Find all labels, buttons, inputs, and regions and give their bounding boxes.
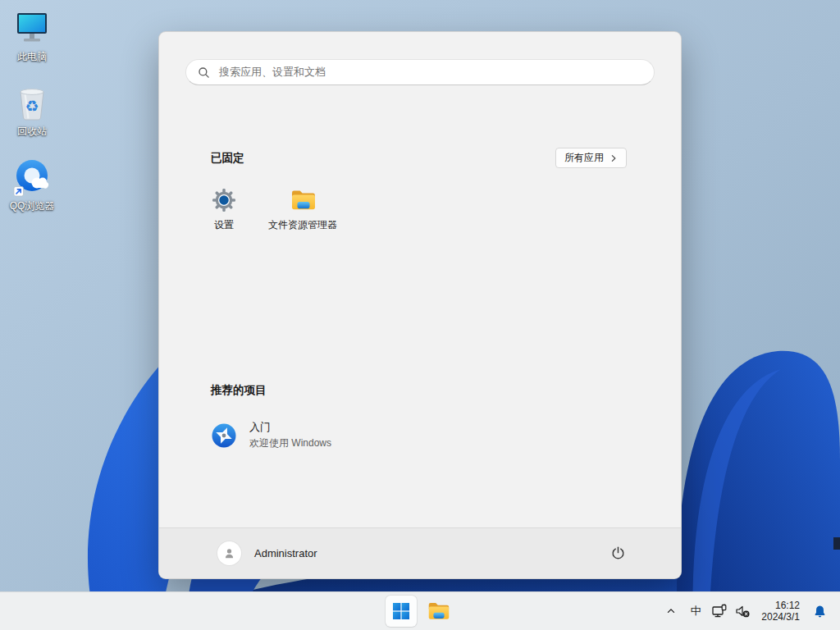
desktop-icon-label: 回收站 — [17, 125, 47, 139]
clock[interactable]: 16:12 2024/3/1 — [754, 596, 807, 627]
chevron-right-icon — [609, 154, 618, 162]
clock-date: 2024/3/1 — [761, 611, 800, 623]
pinned-app-settings[interactable]: 设置 — [185, 180, 263, 242]
this-pc-icon — [12, 8, 52, 48]
desktop: 此电脑 ♻ 回收站 — [0, 0, 840, 630]
taskbar-file-explorer-button[interactable] — [423, 596, 454, 627]
username: Administrator — [254, 547, 317, 559]
power-button[interactable] — [602, 540, 633, 568]
avatar — [217, 541, 241, 565]
search-placeholder: 搜索应用、设置和文档 — [219, 65, 326, 80]
taskbar: 中 — [0, 591, 840, 630]
qq-browser-icon — [12, 158, 52, 197]
pinned-app-label: 文件资源管理器 — [268, 218, 337, 232]
recommended-item-subtitle: 欢迎使用 Windows — [249, 436, 331, 450]
settings-gear-icon — [212, 188, 236, 212]
desktop-icon-qq-browser[interactable]: QQ浏览器 — [0, 158, 64, 213]
speaker-muted-icon — [734, 603, 751, 619]
search-input[interactable]: 搜索应用、设置和文档 — [185, 59, 655, 85]
power-icon — [609, 545, 627, 562]
tray-chevron-up-button[interactable] — [659, 596, 683, 627]
system-tray: 中 — [659, 592, 832, 630]
windows-logo-icon — [392, 602, 410, 620]
recommended-item-get-started[interactable]: 入门 欢迎使用 Windows — [198, 413, 345, 457]
all-apps-button[interactable]: 所有应用 — [555, 148, 627, 168]
svg-text:♻: ♻ — [25, 97, 39, 115]
desktop-icon-recycle-bin[interactable]: ♻ 回收站 — [0, 83, 64, 139]
get-started-icon — [211, 422, 237, 449]
pinned-apps-grid: 设置 文件资源管理器 — [185, 180, 342, 242]
desktop-icon-label: QQ浏览器 — [10, 199, 55, 213]
recycle-bin-icon: ♻ — [12, 83, 52, 122]
user-account-button[interactable]: Administrator — [212, 536, 326, 570]
clock-time: 16:12 — [775, 600, 800, 612]
desktop-icon-list: 此电脑 ♻ 回收站 — [0, 8, 64, 213]
start-menu: 搜索应用、设置和文档 已固定 所有应用 — [158, 31, 682, 579]
chevron-up-icon — [665, 605, 677, 617]
recommended-item-title: 入门 — [249, 420, 331, 435]
volume-muted-button[interactable] — [731, 596, 754, 627]
desktop-icon-label: 此电脑 — [17, 50, 47, 64]
network-ethernet-icon — [711, 603, 728, 619]
file-explorer-icon — [290, 188, 315, 212]
network-button[interactable] — [708, 596, 731, 627]
pinned-app-label: 设置 — [214, 218, 234, 232]
start-button[interactable] — [386, 596, 417, 627]
notification-bell-button[interactable] — [807, 596, 832, 627]
file-explorer-icon — [427, 600, 450, 622]
recommended-section-title: 推荐的项目 — [211, 384, 267, 396]
notification-bell-icon — [813, 605, 827, 619]
pinned-section-title: 已固定 — [211, 151, 244, 166]
ime-indicator-button[interactable]: 中 — [683, 596, 708, 627]
desktop-icon-this-pc[interactable]: 此电脑 — [0, 8, 64, 64]
pinned-app-file-explorer[interactable]: 文件资源管理器 — [263, 180, 342, 242]
all-apps-label: 所有应用 — [564, 151, 604, 165]
start-menu-user-bar: Administrator — [159, 527, 681, 578]
search-icon — [198, 66, 210, 79]
